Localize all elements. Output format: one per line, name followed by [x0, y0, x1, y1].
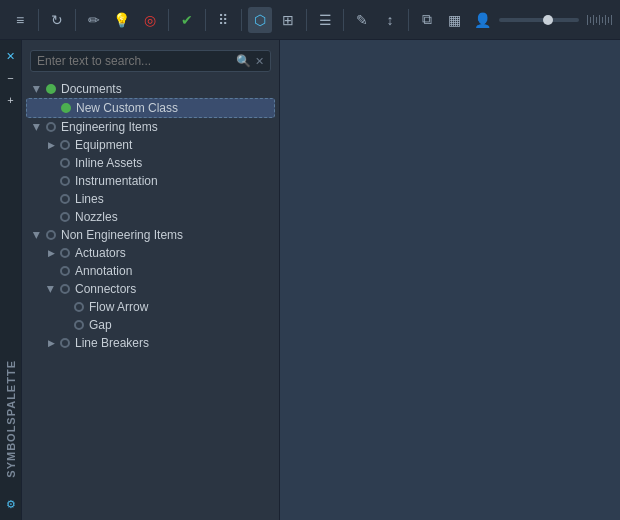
slider-area	[499, 15, 612, 25]
status-dot-gray1	[46, 122, 56, 132]
status-dot-gray5	[60, 194, 70, 204]
hexagon-icon[interactable]: ⬡	[248, 7, 272, 33]
no-arrow-annotation	[44, 264, 58, 278]
tree-row-actuators[interactable]: ▶ Actuators	[26, 244, 275, 262]
tree-row-instrumentation[interactable]: Instrumentation	[26, 172, 275, 190]
label-new-custom-class: New Custom Class	[73, 101, 274, 115]
expand-arrow-connectors[interactable]: ▶	[44, 282, 58, 296]
table-icon[interactable]: ⊞	[276, 7, 300, 33]
tree-row-non-engineering[interactable]: ▶ Non Engineering Items	[26, 226, 275, 244]
tree-row-inline-assets[interactable]: Inline Assets	[26, 154, 275, 172]
separator-2	[75, 9, 76, 31]
label-equipment: Equipment	[72, 138, 275, 152]
tree-row-engineering-items[interactable]: ▶ Engineering Items	[26, 118, 275, 136]
status-dot-gray8	[60, 248, 70, 258]
left-sidebar: ✕ − + SYMBOLSPALETTE ⚙	[0, 40, 22, 520]
dot-engineering-items	[44, 120, 58, 134]
label-flow-arrow: Flow Arrow	[86, 300, 275, 314]
status-dot-gray10	[60, 284, 70, 294]
tree-row-connectors[interactable]: ▶ Connectors	[26, 280, 275, 298]
bulb-icon[interactable]: 💡	[110, 7, 134, 33]
no-arrow-new-custom-class	[45, 101, 59, 115]
close-icon[interactable]: ✕	[1, 46, 21, 66]
status-dot-gray12	[74, 320, 84, 330]
status-dot-green2	[61, 103, 71, 113]
canvas-area[interactable]	[280, 40, 620, 520]
main-area: ✕ − + SYMBOLSPALETTE ⚙ 🔍 ✕ ▶ Documents	[0, 40, 620, 520]
settings-bottom-icon[interactable]: ⚙	[1, 494, 21, 514]
status-dot-green	[46, 84, 56, 94]
slider-thumb[interactable]	[543, 15, 553, 25]
no-arrow-instrumentation	[44, 174, 58, 188]
check-icon[interactable]: ✔	[175, 7, 199, 33]
dot-non-engineering	[44, 228, 58, 242]
status-dot-gray2	[60, 140, 70, 150]
lines-icon[interactable]: ☰	[313, 7, 337, 33]
separator-5	[241, 9, 242, 31]
brush-icon[interactable]: ✏	[82, 7, 106, 33]
tree-row-equipment[interactable]: ▶ Equipment	[26, 136, 275, 154]
layers-icon[interactable]: ⧉	[415, 7, 439, 33]
stack-icon[interactable]: ▦	[443, 7, 467, 33]
refresh-icon[interactable]: ↻	[45, 7, 69, 33]
label-annotation: Annotation	[72, 264, 275, 278]
expand-arrow-engineering[interactable]: ▶	[30, 120, 44, 134]
dot-line-breakers	[58, 336, 72, 350]
tree-row-annotation[interactable]: Annotation	[26, 262, 275, 280]
tree-row-nozzles[interactable]: Nozzles	[26, 208, 275, 226]
separator-7	[343, 9, 344, 31]
sidebar-top-icons: ✕ − +	[1, 40, 21, 116]
label-line-breakers: Line Breakers	[72, 336, 275, 350]
status-dot-gray6	[60, 212, 70, 222]
separator-4	[205, 9, 206, 31]
no-arrow-flow-arrow	[58, 300, 72, 314]
grid-dots-icon[interactable]: ⠿	[212, 7, 236, 33]
dot-flow-arrow	[72, 300, 86, 314]
label-gap: Gap	[86, 318, 275, 332]
minimize-icon[interactable]: −	[1, 68, 21, 88]
clear-search-icon[interactable]: ✕	[255, 55, 264, 68]
expand-arrow-documents[interactable]: ▶	[30, 82, 44, 96]
search-bar: 🔍 ✕	[30, 50, 271, 72]
tree-row-flow-arrow[interactable]: Flow Arrow	[26, 298, 275, 316]
expand-arrow-equipment[interactable]: ▶	[44, 138, 58, 152]
expand-arrow-non-engineering[interactable]: ▶	[30, 228, 44, 242]
tree-row-lines[interactable]: Lines	[26, 190, 275, 208]
label-engineering-items: Engineering Items	[58, 120, 275, 134]
label-nozzles: Nozzles	[72, 210, 275, 224]
tree-row-line-breakers[interactable]: ▶ Line Breakers	[26, 334, 275, 352]
add-icon[interactable]: +	[1, 90, 21, 110]
label-actuators: Actuators	[72, 246, 275, 260]
dot-inline-assets	[58, 156, 72, 170]
vertical-label-area: SYMBOLSPALETTE	[5, 116, 17, 488]
tree-row-documents[interactable]: ▶ Documents	[26, 80, 275, 98]
label-lines: Lines	[72, 192, 275, 206]
dot-equipment	[58, 138, 72, 152]
status-dot-gray7	[46, 230, 56, 240]
search-icon[interactable]: 🔍	[236, 54, 251, 68]
tree-row-gap[interactable]: Gap	[26, 316, 275, 334]
dot-instrumentation	[58, 174, 72, 188]
no-arrow-inline	[44, 156, 58, 170]
expand-arrow-actuators[interactable]: ▶	[44, 246, 58, 260]
status-dot-gray11	[74, 302, 84, 312]
person-icon[interactable]: 👤	[471, 7, 495, 33]
dot-actuators	[58, 246, 72, 260]
dot-lines	[58, 192, 72, 206]
symbols-panel: 🔍 ✕ ▶ Documents New Custom Class	[22, 40, 280, 520]
expand-arrow-line-breakers[interactable]: ▶	[44, 336, 58, 350]
hamburger-menu-icon[interactable]: ≡	[8, 7, 32, 33]
top-toolbar: ≡ ↻ ✏ 💡 ◎ ✔ ⠿ ⬡ ⊞ ☰ ✎ ↕ ⧉ ▦ 👤	[0, 0, 620, 40]
zoom-slider[interactable]	[499, 18, 579, 22]
tree-row-new-custom-class[interactable]: New Custom Class	[26, 98, 275, 118]
separator-6	[306, 9, 307, 31]
label-connectors: Connectors	[72, 282, 275, 296]
separator-8	[408, 9, 409, 31]
status-dot-gray4	[60, 176, 70, 186]
dot-gap	[72, 318, 86, 332]
no-arrow-nozzles	[44, 210, 58, 224]
search-input[interactable]	[37, 54, 232, 68]
pen-icon[interactable]: ✎	[350, 7, 374, 33]
sort-icon[interactable]: ↕	[378, 7, 402, 33]
target-icon[interactable]: ◎	[138, 7, 162, 33]
